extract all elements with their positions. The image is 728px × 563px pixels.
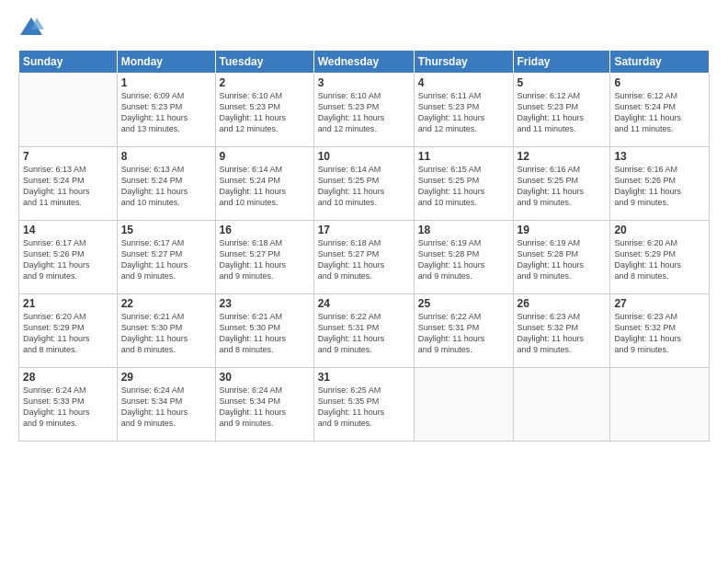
cell-day-number: 29 (121, 371, 211, 384)
calendar-cell: 8Sunrise: 6:13 AM Sunset: 5:24 PM Daylig… (117, 147, 215, 221)
cell-day-number: 25 (418, 297, 509, 310)
calendar-cell: 31Sunrise: 6:25 AM Sunset: 5:35 PM Dayli… (313, 368, 414, 442)
cell-day-number: 15 (121, 224, 211, 236)
calendar-week-row: 28Sunrise: 6:24 AM Sunset: 5:33 PM Dayli… (19, 368, 710, 442)
cell-info: Sunrise: 6:19 AM Sunset: 5:28 PM Dayligh… (418, 237, 509, 282)
cell-info: Sunrise: 6:23 AM Sunset: 5:32 PM Dayligh… (518, 311, 607, 356)
calendar-header-wednesday: Wednesday (313, 51, 414, 74)
calendar-cell: 26Sunrise: 6:23 AM Sunset: 5:32 PM Dayli… (513, 294, 610, 368)
cell-day-number: 22 (121, 297, 211, 310)
cell-info: Sunrise: 6:20 AM Sunset: 5:29 PM Dayligh… (23, 311, 113, 356)
cell-info: Sunrise: 6:12 AM Sunset: 5:24 PM Dayligh… (614, 90, 705, 135)
cell-info: Sunrise: 6:11 AM Sunset: 5:23 PM Dayligh… (418, 90, 509, 135)
calendar-cell: 19Sunrise: 6:19 AM Sunset: 5:28 PM Dayli… (513, 221, 610, 294)
cell-day-number: 19 (518, 224, 607, 236)
calendar-header-sunday: Sunday (19, 51, 118, 74)
cell-day-number: 5 (518, 76, 607, 89)
calendar-cell (414, 368, 513, 442)
cell-day-number: 28 (23, 371, 113, 384)
calendar-cell: 4Sunrise: 6:11 AM Sunset: 5:23 PM Daylig… (414, 74, 513, 147)
calendar-cell: 10Sunrise: 6:14 AM Sunset: 5:25 PM Dayli… (313, 147, 414, 221)
calendar-cell: 18Sunrise: 6:19 AM Sunset: 5:28 PM Dayli… (414, 221, 513, 294)
cell-day-number: 16 (220, 224, 310, 236)
cell-day-number: 26 (518, 297, 607, 310)
cell-info: Sunrise: 6:17 AM Sunset: 5:26 PM Dayligh… (23, 237, 113, 282)
cell-day-number: 31 (318, 371, 410, 384)
cell-day-number: 8 (121, 150, 211, 163)
calendar-week-row: 7Sunrise: 6:13 AM Sunset: 5:24 PM Daylig… (19, 147, 710, 221)
cell-info: Sunrise: 6:09 AM Sunset: 5:23 PM Dayligh… (121, 90, 211, 135)
calendar-cell (513, 368, 610, 442)
calendar-week-row: 14Sunrise: 6:17 AM Sunset: 5:26 PM Dayli… (19, 221, 710, 294)
calendar-cell: 28Sunrise: 6:24 AM Sunset: 5:33 PM Dayli… (19, 368, 118, 442)
cell-info: Sunrise: 6:10 AM Sunset: 5:23 PM Dayligh… (220, 90, 310, 135)
cell-day-number: 14 (23, 224, 113, 236)
calendar-cell: 25Sunrise: 6:22 AM Sunset: 5:31 PM Dayli… (414, 294, 513, 368)
calendar-cell: 5Sunrise: 6:12 AM Sunset: 5:23 PM Daylig… (513, 74, 610, 147)
cell-day-number: 17 (318, 224, 410, 236)
cell-day-number: 9 (220, 150, 310, 163)
calendar-cell: 16Sunrise: 6:18 AM Sunset: 5:27 PM Dayli… (215, 221, 313, 294)
cell-info: Sunrise: 6:24 AM Sunset: 5:33 PM Dayligh… (23, 385, 113, 430)
calendar-cell: 14Sunrise: 6:17 AM Sunset: 5:26 PM Dayli… (19, 221, 118, 294)
cell-day-number: 6 (614, 76, 705, 89)
calendar-cell: 11Sunrise: 6:15 AM Sunset: 5:25 PM Dayli… (414, 147, 513, 221)
cell-day-number: 27 (614, 297, 705, 310)
calendar-cell: 22Sunrise: 6:21 AM Sunset: 5:30 PM Dayli… (117, 294, 215, 368)
cell-day-number: 3 (318, 76, 410, 89)
calendar-cell: 13Sunrise: 6:16 AM Sunset: 5:26 PM Dayli… (610, 147, 710, 221)
cell-day-number: 1 (121, 76, 211, 89)
calendar-header-monday: Monday (117, 51, 215, 74)
calendar-body: 1Sunrise: 6:09 AM Sunset: 5:23 PM Daylig… (19, 74, 710, 442)
calendar-cell: 17Sunrise: 6:18 AM Sunset: 5:27 PM Dayli… (313, 221, 414, 294)
calendar-cell: 20Sunrise: 6:20 AM Sunset: 5:29 PM Dayli… (610, 221, 710, 294)
cell-day-number: 13 (614, 150, 705, 163)
calendar-header-tuesday: Tuesday (215, 51, 313, 74)
calendar-cell: 3Sunrise: 6:10 AM Sunset: 5:23 PM Daylig… (313, 74, 414, 147)
cell-info: Sunrise: 6:21 AM Sunset: 5:30 PM Dayligh… (220, 311, 310, 356)
calendar-header-saturday: Saturday (610, 51, 710, 74)
cell-info: Sunrise: 6:18 AM Sunset: 5:27 PM Dayligh… (318, 237, 410, 282)
cell-info: Sunrise: 6:10 AM Sunset: 5:23 PM Dayligh… (318, 90, 410, 135)
calendar-cell: 30Sunrise: 6:24 AM Sunset: 5:34 PM Dayli… (215, 368, 313, 442)
calendar-cell: 9Sunrise: 6:14 AM Sunset: 5:24 PM Daylig… (215, 147, 313, 221)
cell-day-number: 30 (220, 371, 310, 384)
cell-info: Sunrise: 6:25 AM Sunset: 5:35 PM Dayligh… (318, 385, 410, 430)
calendar-header-thursday: Thursday (414, 51, 513, 74)
calendar-cell (610, 368, 710, 442)
cell-day-number: 7 (23, 150, 113, 163)
cell-info: Sunrise: 6:16 AM Sunset: 5:26 PM Dayligh… (614, 164, 705, 209)
cell-info: Sunrise: 6:19 AM Sunset: 5:28 PM Dayligh… (518, 237, 607, 282)
page-header (18, 15, 710, 40)
cell-info: Sunrise: 6:22 AM Sunset: 5:31 PM Dayligh… (418, 311, 509, 356)
calendar-cell: 15Sunrise: 6:17 AM Sunset: 5:27 PM Dayli… (117, 221, 215, 294)
logo (18, 15, 48, 40)
calendar-cell: 7Sunrise: 6:13 AM Sunset: 5:24 PM Daylig… (19, 147, 118, 221)
calendar-cell: 27Sunrise: 6:23 AM Sunset: 5:32 PM Dayli… (610, 294, 710, 368)
cell-info: Sunrise: 6:12 AM Sunset: 5:23 PM Dayligh… (518, 90, 607, 135)
cell-info: Sunrise: 6:13 AM Sunset: 5:24 PM Dayligh… (23, 164, 113, 209)
cell-day-number: 20 (614, 224, 705, 236)
calendar: SundayMondayTuesdayWednesdayThursdayFrid… (18, 50, 710, 442)
cell-info: Sunrise: 6:14 AM Sunset: 5:25 PM Dayligh… (318, 164, 410, 209)
calendar-cell (19, 74, 118, 147)
cell-info: Sunrise: 6:15 AM Sunset: 5:25 PM Dayligh… (418, 164, 509, 209)
cell-info: Sunrise: 6:24 AM Sunset: 5:34 PM Dayligh… (121, 385, 211, 430)
cell-day-number: 18 (418, 224, 509, 236)
cell-info: Sunrise: 6:17 AM Sunset: 5:27 PM Dayligh… (121, 237, 211, 282)
calendar-cell: 12Sunrise: 6:16 AM Sunset: 5:25 PM Dayli… (513, 147, 610, 221)
calendar-cell: 2Sunrise: 6:10 AM Sunset: 5:23 PM Daylig… (215, 74, 313, 147)
cell-day-number: 21 (23, 297, 113, 310)
calendar-cell: 24Sunrise: 6:22 AM Sunset: 5:31 PM Dayli… (313, 294, 414, 368)
calendar-week-row: 21Sunrise: 6:20 AM Sunset: 5:29 PM Dayli… (19, 294, 710, 368)
cell-info: Sunrise: 6:16 AM Sunset: 5:25 PM Dayligh… (518, 164, 607, 209)
cell-day-number: 4 (418, 76, 509, 89)
cell-info: Sunrise: 6:20 AM Sunset: 5:29 PM Dayligh… (614, 237, 705, 282)
cell-info: Sunrise: 6:13 AM Sunset: 5:24 PM Dayligh… (121, 164, 211, 209)
logo-icon (18, 15, 44, 40)
cell-day-number: 23 (220, 297, 310, 310)
calendar-header-row: SundayMondayTuesdayWednesdayThursdayFrid… (19, 51, 710, 74)
calendar-cell: 29Sunrise: 6:24 AM Sunset: 5:34 PM Dayli… (117, 368, 215, 442)
calendar-cell: 6Sunrise: 6:12 AM Sunset: 5:24 PM Daylig… (610, 74, 710, 147)
calendar-header-friday: Friday (513, 51, 610, 74)
